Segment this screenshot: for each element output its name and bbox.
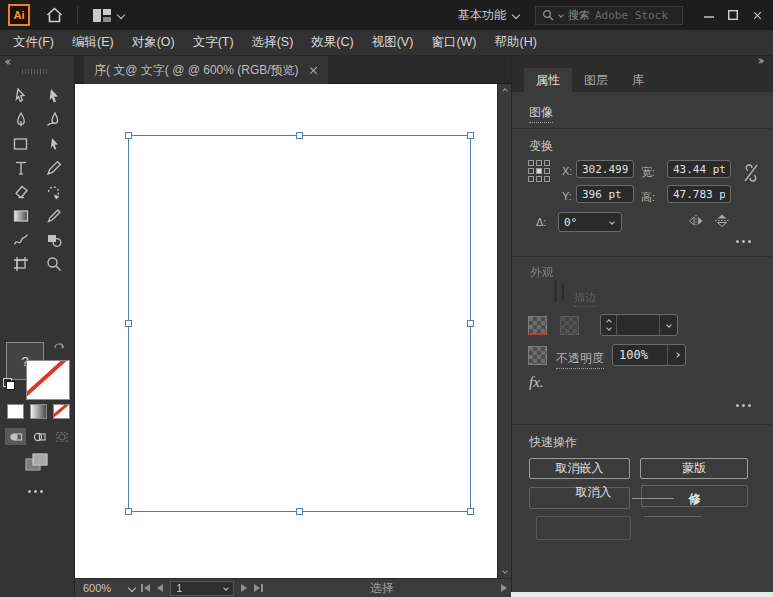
pencil-tool[interactable] — [37, 156, 70, 180]
gradient-button[interactable] — [30, 404, 47, 419]
y-field[interactable] — [576, 185, 634, 203]
paintbrush-tool[interactable] — [37, 204, 70, 228]
selection-handle-top-left[interactable] — [125, 132, 132, 139]
adobe-stock-search[interactable]: 搜索 Adobe Stock — [535, 6, 683, 25]
home-button[interactable] — [46, 7, 63, 23]
last-artboard-button[interactable] — [254, 584, 263, 592]
vertical-scrollbar[interactable] — [497, 84, 511, 578]
swap-fill-stroke-icon[interactable] — [52, 340, 66, 352]
screen-mode-button[interactable] — [24, 452, 50, 474]
flip-vertical-button[interactable] — [714, 213, 730, 228]
maximize-button[interactable] — [721, 4, 745, 26]
zoom-tool[interactable] — [37, 252, 70, 276]
opacity-input[interactable] — [619, 348, 667, 362]
close-document-icon[interactable] — [309, 66, 318, 75]
rotate-tool[interactable] — [37, 180, 70, 204]
eraser-tool[interactable] — [4, 180, 37, 204]
shape-builder-tool[interactable] — [37, 228, 70, 252]
zoom-level-dropdown[interactable]: 600% — [83, 582, 135, 594]
width-field[interactable] — [667, 160, 731, 178]
artboard-tool[interactable] — [4, 252, 37, 276]
artboard-number-dropdown[interactable]: 1 — [170, 581, 234, 596]
menu-object[interactable]: 对象(O) — [123, 30, 184, 55]
glitched-button-right[interactable]: 修 — [641, 485, 748, 507]
stroke-swatch[interactable] — [26, 360, 70, 400]
previous-artboard-button[interactable] — [157, 584, 163, 592]
tools-drag-grip[interactable] — [22, 69, 47, 74]
workspace-switcher[interactable]: 基本功能 — [458, 7, 519, 24]
status-bar-expand-icon[interactable] — [501, 584, 507, 592]
transform-more-options-button[interactable] — [736, 240, 751, 243]
selection-tool[interactable] — [4, 84, 37, 108]
menu-edit[interactable]: 编辑(E) — [63, 30, 123, 55]
close-button[interactable] — [745, 4, 769, 26]
opacity-field[interactable] — [612, 344, 686, 366]
menu-select[interactable]: 选择(S) — [243, 30, 303, 55]
opacity-label[interactable]: 不透明度 — [556, 350, 604, 369]
link-dimensions-button[interactable] — [742, 162, 760, 184]
panel-menu-button[interactable] — [757, 59, 763, 63]
mask-button[interactable]: 蒙版 — [640, 458, 748, 479]
artboard-canvas[interactable] — [75, 84, 497, 578]
tab-libraries[interactable]: 库 — [620, 68, 656, 92]
width-input[interactable] — [673, 163, 725, 176]
collapse-tools-button[interactable] — [6, 60, 12, 64]
selection-handle-top-right[interactable] — [467, 132, 474, 139]
next-artboard-button[interactable] — [241, 584, 247, 592]
first-artboard-button[interactable] — [141, 584, 150, 592]
stepper-down-icon[interactable] — [606, 325, 612, 331]
arrange-documents-button[interactable] — [92, 8, 124, 23]
edit-toolbar-button[interactable] — [28, 490, 43, 493]
selection-handle-bottom-left[interactable] — [125, 508, 132, 515]
direct-selection-tool[interactable] — [37, 84, 70, 108]
reference-point-selector[interactable] — [528, 160, 550, 182]
opacity-swatch[interactable] — [528, 346, 547, 365]
flip-horizontal-button[interactable] — [688, 214, 704, 228]
curvature-tool[interactable] — [37, 108, 70, 132]
draw-normal-button[interactable] — [5, 428, 26, 445]
selection-handle-right-mid[interactable] — [467, 320, 474, 327]
menu-type[interactable]: 文字(T) — [184, 30, 243, 55]
menu-help[interactable]: 帮助(H) — [486, 30, 546, 55]
height-field[interactable] — [667, 185, 731, 203]
draw-inside-button[interactable] — [51, 428, 72, 445]
menu-effect[interactable]: 效果(C) — [302, 30, 362, 55]
minimize-button[interactable] — [697, 4, 721, 26]
height-input[interactable] — [673, 188, 725, 201]
stroke-color-swatch[interactable] — [528, 316, 547, 335]
tab-properties[interactable]: 属性 — [524, 68, 572, 92]
selection-handle-top-mid[interactable] — [296, 132, 303, 139]
type-tool[interactable] — [4, 156, 37, 180]
lasso-tool[interactable] — [37, 132, 70, 156]
menu-view[interactable]: 视图(V) — [363, 30, 423, 55]
color-button[interactable] — [7, 404, 24, 419]
selection-handle-bottom-right[interactable] — [467, 508, 474, 515]
selection-handle-left-mid[interactable] — [125, 320, 132, 327]
appearance-more-options-button[interactable] — [736, 404, 751, 407]
stroke-weight-stepper[interactable] — [600, 314, 678, 336]
glitched-button-left[interactable]: 取消入 — [529, 487, 630, 509]
rotate-angle-dropdown[interactable]: 0° — [558, 212, 622, 232]
menu-window[interactable]: 窗口(W) — [422, 30, 485, 55]
none-button[interactable] — [53, 404, 70, 419]
scroll-down-icon[interactable] — [502, 568, 508, 574]
y-input[interactable] — [582, 188, 628, 201]
document-tab[interactable]: 序( 文@ 文字( @ @ 600% (RGB/预览) — [84, 56, 328, 84]
fx-effects-button[interactable]: fx. — [529, 374, 544, 391]
blend-tool[interactable] — [4, 228, 37, 252]
tab-layers[interactable]: 图层 — [572, 68, 620, 92]
unembed-button[interactable]: 取消嵌入 — [529, 458, 630, 479]
draw-behind-button[interactable] — [28, 428, 49, 445]
x-field[interactable] — [576, 160, 634, 178]
stroke-secondary-swatch[interactable] — [560, 316, 579, 335]
gradient-tool[interactable] — [4, 204, 37, 228]
x-input[interactable] — [582, 163, 628, 176]
glitched-button-empty[interactable] — [536, 516, 631, 540]
pen-tool[interactable] — [4, 108, 37, 132]
selection-bounding-box[interactable] — [128, 135, 471, 512]
selection-handle-bottom-mid[interactable] — [296, 508, 303, 515]
rectangle-tool[interactable] — [4, 132, 37, 156]
menu-file[interactable]: 文件(F) — [4, 30, 63, 55]
default-fill-stroke-icon[interactable] — [3, 378, 17, 392]
scroll-up-icon[interactable] — [502, 88, 508, 94]
